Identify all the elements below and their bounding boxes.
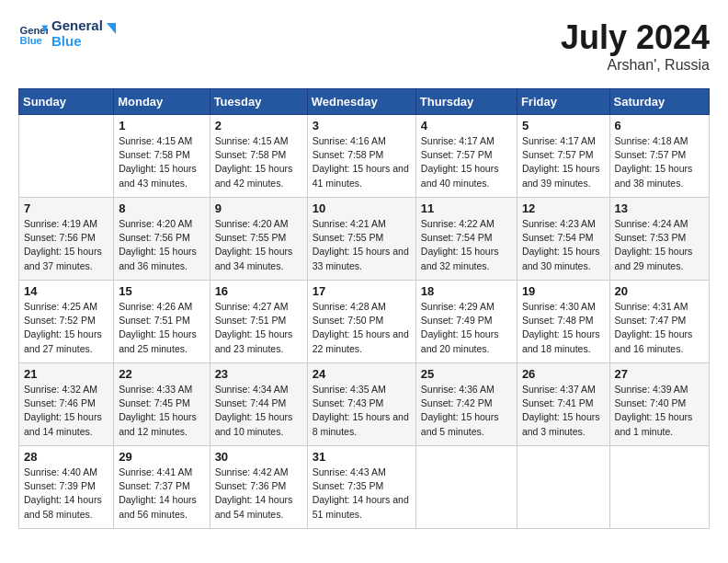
- day-detail: Sunrise: 4:21 AMSunset: 7:55 PMDaylight:…: [313, 217, 411, 273]
- sunset-text: Sunset: 7:58 PM: [313, 148, 411, 162]
- day-detail: Sunrise: 4:27 AMSunset: 7:51 PMDaylight:…: [215, 300, 302, 356]
- daylight-text: Daylight: 15 hours and 37 minutes.: [24, 245, 108, 272]
- logo-triangle-icon: [99, 21, 118, 40]
- day-detail: Sunrise: 4:31 AMSunset: 7:47 PMDaylight:…: [615, 300, 704, 356]
- day-number: 28: [24, 450, 108, 464]
- day-detail: Sunrise: 4:20 AMSunset: 7:56 PMDaylight:…: [119, 217, 204, 273]
- calendar-cell: 14Sunrise: 4:25 AMSunset: 7:52 PMDayligh…: [19, 281, 114, 363]
- day-detail: Sunrise: 4:26 AMSunset: 7:51 PMDaylight:…: [119, 300, 204, 356]
- sunrise-text: Sunrise: 4:33 AM: [119, 383, 204, 396]
- calendar-cell: [517, 446, 609, 529]
- daylight-text: Daylight: 15 hours and 16 minutes.: [615, 327, 704, 355]
- day-detail: Sunrise: 4:41 AMSunset: 7:37 PMDaylight:…: [119, 465, 204, 522]
- day-number: 25: [421, 367, 512, 381]
- day-number: 7: [24, 201, 108, 215]
- day-detail: Sunrise: 4:16 AMSunset: 7:58 PMDaylight:…: [313, 134, 411, 190]
- daylight-text: Daylight: 15 hours and 36 minutes.: [119, 245, 204, 272]
- sunset-text: Sunset: 7:52 PM: [24, 314, 108, 327]
- sunrise-text: Sunrise: 4:15 AM: [119, 134, 204, 148]
- daylight-text: Daylight: 14 hours and 58 minutes.: [24, 493, 108, 521]
- day-detail: Sunrise: 4:28 AMSunset: 7:50 PMDaylight:…: [313, 300, 411, 356]
- calendar-cell: 30Sunrise: 4:42 AMSunset: 7:36 PMDayligh…: [210, 446, 307, 529]
- sunrise-text: Sunrise: 4:24 AM: [615, 217, 704, 231]
- calendar-week-row: 1Sunrise: 4:15 AMSunset: 7:58 PMDaylight…: [19, 115, 710, 198]
- day-detail: Sunrise: 4:40 AMSunset: 7:39 PMDaylight:…: [24, 465, 108, 522]
- day-number: 26: [522, 367, 605, 381]
- calendar-cell: 3Sunrise: 4:16 AMSunset: 7:58 PMDaylight…: [307, 115, 415, 198]
- sunrise-text: Sunrise: 4:31 AM: [615, 300, 704, 314]
- sunset-text: Sunset: 7:39 PM: [24, 479, 108, 493]
- logo-general: General: [51, 18, 103, 34]
- sunrise-text: Sunrise: 4:34 AM: [215, 383, 302, 396]
- calendar-cell: 28Sunrise: 4:40 AMSunset: 7:39 PMDayligh…: [19, 446, 114, 529]
- sunset-text: Sunset: 7:51 PM: [119, 314, 204, 327]
- day-number: 10: [313, 201, 411, 215]
- daylight-text: Daylight: 15 hours and 23 minutes.: [215, 327, 302, 355]
- day-detail: Sunrise: 4:42 AMSunset: 7:36 PMDaylight:…: [215, 465, 302, 522]
- day-detail: Sunrise: 4:33 AMSunset: 7:45 PMDaylight:…: [119, 383, 204, 439]
- day-number: 3: [313, 119, 411, 132]
- logo-icon: General Blue: [18, 19, 48, 49]
- calendar-cell: 22Sunrise: 4:33 AMSunset: 7:45 PMDayligh…: [114, 363, 210, 446]
- sunrise-text: Sunrise: 4:15 AM: [215, 134, 302, 148]
- calendar-cell: [19, 115, 114, 198]
- day-number: 19: [522, 284, 605, 298]
- calendar-cell: 25Sunrise: 4:36 AMSunset: 7:42 PMDayligh…: [415, 363, 517, 446]
- daylight-text: Daylight: 15 hours and 22 minutes.: [313, 327, 411, 355]
- day-number: 8: [119, 201, 204, 215]
- day-number: 1: [119, 119, 204, 132]
- day-number: 18: [421, 284, 512, 298]
- daylight-text: Daylight: 15 hours and 5 minutes.: [421, 410, 512, 438]
- day-number: 23: [215, 367, 302, 381]
- day-detail: Sunrise: 4:34 AMSunset: 7:44 PMDaylight:…: [215, 383, 302, 439]
- calendar-week-row: 14Sunrise: 4:25 AMSunset: 7:52 PMDayligh…: [19, 281, 710, 363]
- calendar-cell: 6Sunrise: 4:18 AMSunset: 7:57 PMDaylight…: [609, 115, 709, 198]
- weekday-header-thursday: Thursday: [415, 89, 517, 115]
- daylight-text: Daylight: 15 hours and 39 minutes.: [522, 162, 605, 190]
- daylight-text: Daylight: 15 hours and 30 minutes.: [522, 245, 605, 272]
- daylight-text: Daylight: 15 hours and 25 minutes.: [119, 327, 204, 355]
- day-number: 24: [313, 367, 411, 381]
- sunset-text: Sunset: 7:41 PM: [522, 396, 605, 410]
- weekday-header-monday: Monday: [114, 89, 210, 115]
- sunrise-text: Sunrise: 4:29 AM: [421, 300, 512, 314]
- weekday-header-wednesday: Wednesday: [307, 89, 415, 115]
- day-number: 6: [615, 119, 704, 132]
- sunrise-text: Sunrise: 4:25 AM: [24, 300, 108, 314]
- svg-marker-3: [107, 23, 116, 34]
- day-detail: Sunrise: 4:15 AMSunset: 7:58 PMDaylight:…: [215, 134, 302, 190]
- calendar-cell: 2Sunrise: 4:15 AMSunset: 7:58 PMDaylight…: [210, 115, 307, 198]
- sunset-text: Sunset: 7:56 PM: [24, 231, 108, 245]
- day-detail: Sunrise: 4:35 AMSunset: 7:43 PMDaylight:…: [313, 383, 411, 439]
- calendar-cell: 19Sunrise: 4:30 AMSunset: 7:48 PMDayligh…: [517, 281, 609, 363]
- daylight-text: Daylight: 15 hours and 27 minutes.: [24, 327, 108, 355]
- sunset-text: Sunset: 7:54 PM: [421, 231, 512, 245]
- sunrise-text: Sunrise: 4:42 AM: [215, 465, 302, 479]
- sunset-text: Sunset: 7:58 PM: [119, 148, 204, 162]
- sunrise-text: Sunrise: 4:40 AM: [24, 465, 108, 479]
- sunrise-text: Sunrise: 4:17 AM: [522, 134, 605, 148]
- weekday-header-tuesday: Tuesday: [210, 89, 307, 115]
- day-detail: Sunrise: 4:39 AMSunset: 7:40 PMDaylight:…: [615, 383, 704, 439]
- sunset-text: Sunset: 7:53 PM: [615, 231, 704, 245]
- sunrise-text: Sunrise: 4:27 AM: [215, 300, 302, 314]
- sunrise-text: Sunrise: 4:20 AM: [119, 217, 204, 231]
- calendar-cell: 5Sunrise: 4:17 AMSunset: 7:57 PMDaylight…: [517, 115, 609, 198]
- sunrise-text: Sunrise: 4:37 AM: [522, 383, 605, 396]
- daylight-text: Daylight: 15 hours and 3 minutes.: [522, 410, 605, 438]
- calendar-cell: 24Sunrise: 4:35 AMSunset: 7:43 PMDayligh…: [307, 363, 415, 446]
- calendar-cell: 13Sunrise: 4:24 AMSunset: 7:53 PMDayligh…: [609, 198, 709, 281]
- calendar-cell: 16Sunrise: 4:27 AMSunset: 7:51 PMDayligh…: [210, 281, 307, 363]
- sunrise-text: Sunrise: 4:35 AM: [313, 383, 411, 396]
- daylight-text: Daylight: 14 hours and 54 minutes.: [215, 493, 302, 521]
- location-subtitle: Arshan', Russia: [561, 57, 710, 74]
- day-detail: Sunrise: 4:37 AMSunset: 7:41 PMDaylight:…: [522, 383, 605, 439]
- sunrise-text: Sunrise: 4:26 AM: [119, 300, 204, 314]
- daylight-text: Daylight: 15 hours and 41 minutes.: [313, 162, 411, 190]
- calendar-cell: 10Sunrise: 4:21 AMSunset: 7:55 PMDayligh…: [307, 198, 415, 281]
- sunset-text: Sunset: 7:49 PM: [421, 314, 512, 327]
- daylight-text: Daylight: 15 hours and 42 minutes.: [215, 162, 302, 190]
- logo: General Blue General Blue: [18, 18, 118, 49]
- daylight-text: Daylight: 15 hours and 43 minutes.: [119, 162, 204, 190]
- sunrise-text: Sunrise: 4:23 AM: [522, 217, 605, 231]
